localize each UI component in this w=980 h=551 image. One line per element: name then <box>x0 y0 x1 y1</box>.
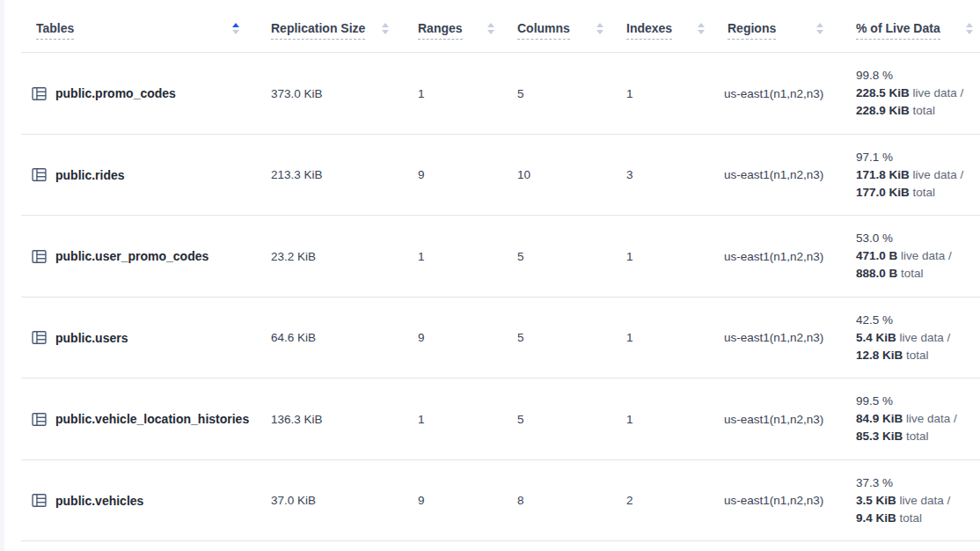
table-name-cell[interactable]: public.vehicle_location_histories <box>4 378 252 460</box>
column-header-label: Regions <box>728 21 776 40</box>
tables-panel: Tables Replication Size Ranges Columns I… <box>4 0 980 551</box>
column-header-label: % of Live Data <box>856 21 940 40</box>
live-data-cell: 37.3 % 3.5 KiB live data / 9.4 KiB total <box>836 460 980 542</box>
sort-icon[interactable] <box>816 23 823 34</box>
table-grid-icon <box>32 86 47 101</box>
replication-size-cell: 373.0 KiB <box>252 53 401 135</box>
sort-icon[interactable] <box>966 23 973 34</box>
table-row: public.rides 213.3 KiB 9 10 3 us-east1(n… <box>4 135 980 217</box>
live-data-line: 228.5 KiB live data / <box>856 84 963 102</box>
ranges-cell: 1 <box>401 53 507 135</box>
replication-size-cell: 213.3 KiB <box>252 135 401 217</box>
ranges-cell: 9 <box>401 298 507 379</box>
table-row: public.user_promo_codes 23.2 KiB 1 5 1 u… <box>4 216 980 298</box>
table-name-link[interactable]: public.vehicles <box>55 494 143 508</box>
column-header-regions[interactable]: Regions <box>717 0 836 53</box>
regions-cell: us-east1(n1,n2,n3) <box>717 216 836 298</box>
columns-cell: 5 <box>507 53 616 135</box>
column-header-replication-size[interactable]: Replication Size <box>252 0 401 53</box>
column-header-tables[interactable]: Tables <box>4 0 252 53</box>
table-body: public.promo_codes 373.0 KiB 1 5 1 us-ea… <box>4 53 980 541</box>
table-name-link[interactable]: public.vehicle_location_histories <box>55 412 249 426</box>
column-header-columns[interactable]: Columns <box>507 0 616 53</box>
table-name-link[interactable]: public.users <box>55 331 128 345</box>
column-header-label: Columns <box>517 21 570 40</box>
ranges-cell: 9 <box>401 135 507 217</box>
column-header-label: Replication Size <box>271 21 365 40</box>
columns-cell: 5 <box>507 298 616 379</box>
live-data-line: 3.5 KiB live data / <box>856 492 950 510</box>
regions-cell: us-east1(n1,n2,n3) <box>717 298 836 379</box>
total-data-line: 12.8 KiB total <box>856 347 929 364</box>
regions-cell: us-east1(n1,n2,n3) <box>717 460 836 542</box>
live-data-cell: 99.8 % 228.5 KiB live data / 228.9 KiB t… <box>836 53 980 135</box>
live-data-percent: 53.0 % <box>856 230 893 247</box>
live-data-cell: 53.0 % 471.0 B live data / 888.0 B total <box>836 216 980 298</box>
replication-size-cell: 23.2 KiB <box>252 216 401 298</box>
table-row: public.users 64.6 KiB 9 5 1 us-east1(n1,… <box>4 298 980 379</box>
live-data-line: 5.4 KiB live data / <box>856 329 950 347</box>
column-header-label: Tables <box>36 21 74 40</box>
replication-size-cell: 64.6 KiB <box>252 298 401 379</box>
regions-cell: us-east1(n1,n2,n3) <box>717 53 836 135</box>
regions-cell: us-east1(n1,n2,n3) <box>717 378 836 460</box>
indexes-cell: 3 <box>616 135 717 217</box>
regions-cell: us-east1(n1,n2,n3) <box>717 135 836 217</box>
columns-cell: 5 <box>507 378 616 460</box>
table-grid-icon <box>32 493 47 508</box>
live-data-cell: 42.5 % 5.4 KiB live data / 12.8 KiB tota… <box>836 298 980 379</box>
replication-size-cell: 37.0 KiB <box>252 460 401 542</box>
live-data-cell: 99.5 % 84.9 KiB live data / 85.3 KiB tot… <box>836 378 980 460</box>
table-row: public.promo_codes 373.0 KiB 1 5 1 us-ea… <box>4 53 980 135</box>
replication-size-cell: 136.3 KiB <box>252 378 401 460</box>
live-data-line: 471.0 B live data / <box>856 247 952 265</box>
table-header-row: Tables Replication Size Ranges Columns I… <box>4 0 980 53</box>
table-row: public.vehicles 37.0 KiB 9 8 2 us-east1(… <box>4 460 980 542</box>
ranges-cell: 1 <box>401 378 507 460</box>
table-name-cell[interactable]: public.users <box>4 298 252 379</box>
columns-cell: 8 <box>507 460 616 542</box>
sort-icon[interactable] <box>487 23 494 34</box>
table-name-link[interactable]: public.user_promo_codes <box>55 249 208 263</box>
indexes-cell: 1 <box>616 378 717 460</box>
live-data-percent: 97.1 % <box>856 149 893 166</box>
indexes-cell: 1 <box>616 216 717 298</box>
ranges-cell: 9 <box>401 460 507 542</box>
live-data-percent: 99.5 % <box>856 393 893 410</box>
sort-icon[interactable] <box>698 23 705 34</box>
table-name-cell[interactable]: public.promo_codes <box>4 53 252 135</box>
column-header-label: Ranges <box>418 21 463 40</box>
live-data-percent: 42.5 % <box>856 312 893 329</box>
indexes-cell: 1 <box>616 298 717 379</box>
table-name-cell[interactable]: public.vehicles <box>4 460 252 542</box>
columns-cell: 5 <box>507 216 616 298</box>
column-header-ranges[interactable]: Ranges <box>401 0 507 53</box>
indexes-cell: 1 <box>616 53 717 135</box>
column-header-indexes[interactable]: Indexes <box>616 0 717 53</box>
table-name-link[interactable]: public.promo_codes <box>55 86 176 100</box>
columns-cell: 10 <box>507 135 616 217</box>
table-grid-icon <box>32 249 47 264</box>
indexes-cell: 2 <box>616 460 717 542</box>
ranges-cell: 1 <box>401 216 507 298</box>
table-name-cell[interactable]: public.rides <box>4 135 252 217</box>
live-data-line: 84.9 KiB live data / <box>856 410 957 428</box>
total-data-line: 888.0 B total <box>856 265 924 283</box>
column-header-live-data[interactable]: % of Live Data <box>836 0 980 53</box>
column-header-label: Indexes <box>626 21 672 40</box>
total-data-line: 85.3 KiB total <box>856 428 929 445</box>
live-data-percent: 37.3 % <box>856 474 893 492</box>
table-name-cell[interactable]: public.user_promo_codes <box>4 216 252 298</box>
table-row: public.vehicle_location_histories 136.3 … <box>4 378 980 460</box>
sort-icon[interactable] <box>382 23 389 34</box>
table-name-link[interactable]: public.rides <box>55 168 125 182</box>
live-data-percent: 99.8 % <box>856 67 893 84</box>
total-data-line: 228.9 KiB total <box>856 102 935 120</box>
live-data-line: 171.8 KiB live data / <box>856 166 963 184</box>
sort-icon[interactable] <box>232 23 239 34</box>
sort-icon[interactable] <box>596 23 603 34</box>
table-grid-icon <box>32 412 47 427</box>
table-grid-icon <box>32 330 47 345</box>
total-data-line: 177.0 KiB total <box>856 184 935 202</box>
table-grid-icon <box>32 167 47 182</box>
